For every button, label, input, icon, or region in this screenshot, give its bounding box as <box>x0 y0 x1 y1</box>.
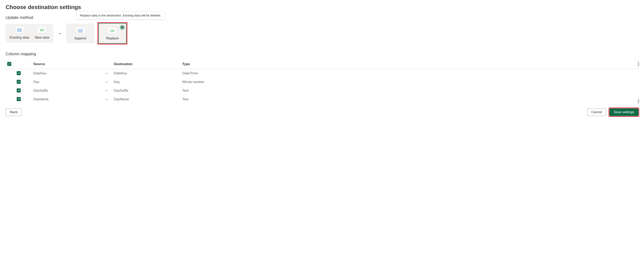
footer: Back Cancel Save settings <box>6 108 638 116</box>
existing-data-label: Existing data <box>10 35 29 40</box>
table-row: DayName → DayName Text <box>6 95 638 103</box>
replace-option[interactable]: Replace <box>98 23 126 44</box>
destination-cell: DayName <box>112 95 180 103</box>
replace-label: Replace <box>106 36 119 40</box>
append-label: Append <box>74 36 86 40</box>
append-option[interactable]: Append <box>66 23 94 43</box>
row-checkbox[interactable] <box>17 97 21 101</box>
destination-header: Destination <box>112 59 180 69</box>
scrollbar[interactable] <box>638 61 639 103</box>
row-checkbox[interactable] <box>17 71 21 75</box>
arrow-icon: → <box>104 97 108 101</box>
type-header: Type <box>180 59 638 69</box>
new-data-label: New data <box>35 35 49 40</box>
save-settings-button[interactable]: Save settings <box>610 108 638 116</box>
arrow-icon: → <box>104 71 108 75</box>
mapping-table: Source Destination Type DateKey → DateKe… <box>6 59 638 103</box>
source-cell: Day <box>32 78 100 86</box>
type-cell: Text <box>180 86 638 95</box>
cancel-button[interactable]: Cancel <box>587 108 606 116</box>
arrow-icon: → <box>104 80 108 84</box>
existing-data-card: Existing data <box>10 27 29 40</box>
type-cell: Date/Time <box>180 69 638 78</box>
table-row: Day → Day Whole number <box>6 78 638 86</box>
type-cell: Whole number <box>180 78 638 86</box>
table-row: DateKey → DateKey Date/Time <box>6 69 638 78</box>
arrow-icon: → <box>57 30 62 36</box>
type-cell: Text <box>180 95 638 103</box>
scrollbar-thumb-icon <box>638 99 639 103</box>
update-method-row: Replace data in the destination. Existin… <box>6 23 638 44</box>
new-data-icon <box>38 27 46 33</box>
source-cell: DaySuffix <box>32 86 100 95</box>
scrollbar-thumb-icon <box>638 61 639 66</box>
append-icon <box>76 28 84 33</box>
row-checkbox[interactable] <box>17 80 21 84</box>
replace-icon <box>108 28 116 33</box>
source-header: Source <box>32 59 100 69</box>
radio-selected-icon <box>120 25 124 29</box>
select-all-checkbox[interactable] <box>7 62 11 66</box>
back-button[interactable]: Back <box>6 108 22 116</box>
column-mapping-label: Column mapping <box>6 52 638 56</box>
data-preview-group: Existing data New data <box>6 24 53 43</box>
table-row: DaySuffix → DaySuffix Text <box>6 86 638 95</box>
source-cell: DayName <box>32 95 100 103</box>
destination-cell: Day <box>112 78 180 86</box>
replace-tooltip: Replace data in the destination. Existin… <box>76 11 164 19</box>
destination-cell: DateKey <box>112 69 180 78</box>
destination-cell: DaySuffix <box>112 86 180 95</box>
existing-data-icon <box>16 27 24 33</box>
new-data-card: New data <box>35 27 49 40</box>
row-checkbox[interactable] <box>17 88 21 92</box>
arrow-icon: → <box>104 88 108 93</box>
source-cell: DateKey <box>32 69 100 78</box>
page-title: Choose destination settings <box>6 4 638 10</box>
column-mapping-section: Column mapping Source Destination Type <box>6 52 638 103</box>
